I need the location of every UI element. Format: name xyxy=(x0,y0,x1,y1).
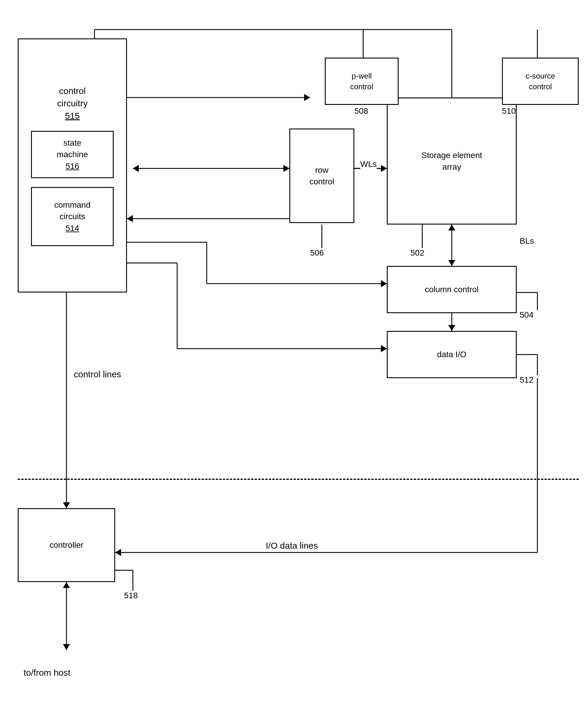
svg-marker-25 xyxy=(448,225,455,230)
n510-label: 510 xyxy=(502,106,516,116)
svg-marker-22 xyxy=(381,345,387,352)
control-circuitry-num: 515 xyxy=(65,110,80,122)
row-control-box: rowcontrol xyxy=(289,129,354,223)
io-data-lines-label: I/O data lines xyxy=(266,541,318,551)
diagram: controlcircuitry 515 statemachine 516 co… xyxy=(0,0,587,728)
command-circuits-label: commandcircuits xyxy=(54,199,91,222)
n512-label: 512 xyxy=(520,375,534,385)
column-control-label: column control xyxy=(425,283,479,295)
n504-label: 504 xyxy=(520,310,534,320)
n508-label: 508 xyxy=(354,106,368,116)
bls-label: BLs xyxy=(520,236,534,246)
p-well-label: p-wellcontrol xyxy=(350,71,373,92)
wls-label: WLs xyxy=(360,160,377,169)
column-control-box: column control xyxy=(387,266,517,313)
dashed-separator xyxy=(18,479,579,480)
svg-marker-11 xyxy=(283,165,289,172)
svg-marker-6 xyxy=(304,94,310,101)
control-circuitry-label: controlcircuitry xyxy=(57,85,87,110)
svg-marker-24 xyxy=(448,260,455,266)
svg-marker-27 xyxy=(448,325,455,331)
command-circuits-box: commandcircuits 514 xyxy=(31,187,114,246)
p-well-control-box: p-wellcontrol xyxy=(325,58,399,105)
row-control-label: rowcontrol xyxy=(309,164,334,187)
data-io-label: data I/O xyxy=(437,349,467,360)
svg-marker-38 xyxy=(63,644,70,650)
svg-marker-12 xyxy=(133,165,139,172)
svg-marker-18 xyxy=(127,215,133,222)
n518-label: 518 xyxy=(124,591,138,600)
c-source-label: c-sourcecontrol xyxy=(525,71,555,92)
command-circuits-num: 514 xyxy=(66,223,79,234)
to-from-host-label: to/from host xyxy=(24,668,70,678)
n502-label: 502 xyxy=(410,248,424,258)
state-machine-label: statemachine xyxy=(57,137,88,160)
state-machine-box: statemachine 516 xyxy=(31,131,114,178)
controller-label: controller xyxy=(49,539,83,551)
controller-box: controller xyxy=(18,508,115,582)
svg-marker-16 xyxy=(381,280,387,287)
svg-marker-8 xyxy=(381,165,387,172)
svg-marker-33 xyxy=(63,502,70,508)
state-machine-num: 516 xyxy=(66,160,79,172)
svg-marker-39 xyxy=(63,582,70,588)
data-io-box: data I/O xyxy=(387,331,517,378)
c-source-control-box: c-sourcecontrol xyxy=(502,58,579,105)
n506-label: 506 xyxy=(310,248,324,258)
control-circuitry-box: controlcircuitry 515 statemachine 516 co… xyxy=(18,39,127,293)
storage-element-label: Storage elementarray xyxy=(421,150,482,173)
svg-marker-36 xyxy=(115,549,121,556)
storage-element-array-box: Storage elementarray xyxy=(387,97,517,225)
control-lines-label: control lines xyxy=(74,369,121,379)
